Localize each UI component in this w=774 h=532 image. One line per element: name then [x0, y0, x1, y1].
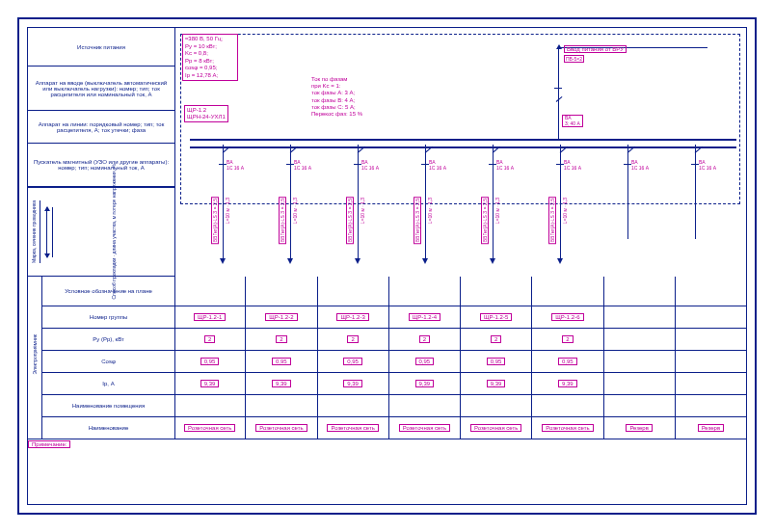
- cable-length: L=10 м · 1,3: [292, 197, 298, 225]
- feeder-drop: [627, 145, 628, 239]
- feeder-drop: [358, 145, 359, 260]
- breaker-rating: ВА1С 16 А: [631, 160, 649, 171]
- breaker-tick-icon: [691, 164, 699, 165]
- table-cell: [603, 351, 675, 372]
- table-cell: [675, 351, 746, 372]
- rowhdr-name: Наименование: [42, 417, 174, 439]
- table-cell: 2: [317, 329, 388, 350]
- cable-label: ВВГнг(А)-LS 3×2,5: [548, 197, 556, 244]
- drawing-frame: Источник питания Аппарат на вводе (выклю…: [17, 17, 757, 515]
- table-cell: 2: [174, 329, 245, 350]
- table-cell: 2: [531, 329, 602, 350]
- table-cell: Розеточная сеть: [460, 417, 531, 439]
- panel-parameters: ≈380 В, 50 Гц;Ру = 10 кВт;Kc = 0,8; Рр =…: [182, 34, 238, 81]
- cable-length: L=10 м · 1,3: [360, 197, 365, 225]
- legend-cable-arrow: [40, 207, 53, 257]
- table-cell: [388, 395, 460, 416]
- table-cell: Розеточная сеть: [531, 417, 602, 439]
- breaker-tick-icon: [624, 164, 631, 165]
- legend-input-breaker: Аппарат на вводе (выключатель автоматиче…: [28, 66, 174, 111]
- supply-drop: [558, 49, 559, 139]
- cable-length: L=10 м · 1,3: [225, 197, 230, 225]
- row-headers: Электроприёмник Условное обозначение на …: [28, 277, 175, 439]
- table-cell: Розеточная сеть: [388, 417, 460, 439]
- supply-cable-label: ПВ-5×2: [564, 55, 584, 63]
- cable-label: ВВГнг(А)-LS 3×2,5: [346, 197, 354, 244]
- supply-breaker-label: ВА3; 40 А: [562, 115, 583, 127]
- table-cell: 9,39: [245, 373, 316, 394]
- table-cell: 2: [460, 329, 531, 350]
- breaker-tick-icon: [219, 164, 227, 165]
- table-cell: ЩР-1.2-1: [174, 306, 245, 328]
- breaker-rating: ВА1С 16 А: [699, 160, 716, 171]
- drawing-inner-frame: Источник питания Аппарат на вводе (выклю…: [27, 27, 747, 505]
- table-cell: [317, 395, 388, 416]
- rowhdr-current: Iр, А: [42, 373, 174, 394]
- breaker-rating: ВА1С 16 А: [361, 160, 379, 171]
- row-headers-side: Электроприёмник: [28, 277, 42, 433]
- breaker-tick-icon: [354, 164, 361, 165]
- table-cell: 0,95: [174, 351, 245, 372]
- table-cell: [603, 395, 675, 416]
- double-arrow-icon: [46, 207, 47, 257]
- table-cell: [675, 373, 746, 394]
- data-table: ЩР-1.2-1ЩР-1.2-2ЩР-1.2-3ЩР-1.2-4ЩР-1.2-5…: [174, 277, 746, 439]
- breaker-rating: ВА1С 16 А: [496, 160, 514, 171]
- arrow-down-icon: [355, 258, 360, 264]
- table-cell: [317, 277, 388, 306]
- table-cell: [460, 395, 531, 416]
- table-cell: Резерв: [603, 417, 675, 439]
- table-cell: 9,39: [174, 373, 245, 394]
- legend-column: Источник питания Аппарат на вводе (выклю…: [28, 28, 175, 277]
- feeder-drop: [290, 145, 291, 260]
- breaker-tick-icon: [556, 164, 564, 165]
- legend-source: Источник питания: [28, 28, 174, 66]
- feeder-drop: [695, 145, 696, 239]
- table-cell: 2: [245, 329, 316, 350]
- panel-name: ЩР-1.2ЩРН-24-УХЛ1: [184, 105, 228, 122]
- table-cell: 0,95: [388, 351, 460, 372]
- table-cell: [174, 395, 245, 416]
- breaker-tick-icon: [421, 164, 429, 165]
- rowhdr-group: Номер группы: [42, 306, 174, 328]
- table-cell: 2: [388, 329, 460, 350]
- feeder-drop: [560, 145, 561, 260]
- table-cell: [675, 306, 746, 328]
- table-cell: Розеточная сеть: [317, 417, 388, 439]
- table-cell: [388, 277, 460, 306]
- breaker-rating: ВА1С 16 А: [564, 160, 581, 171]
- cable-label: ВВГнг(А)-LS 3×2,5: [414, 197, 421, 244]
- supply-isolator-icon: [554, 88, 562, 89]
- table-cell: 9,39: [317, 373, 388, 394]
- breaker-rating: ВА1С 16 А: [227, 160, 244, 171]
- table-cell: 9,39: [460, 373, 531, 394]
- legend-cable-mark: Марка, сечение проводника: [28, 200, 40, 263]
- arrow-down-icon: [220, 258, 226, 264]
- legend-line-breaker: Аппарат на линии: порядковый номер; тип;…: [28, 111, 174, 144]
- cable-length: L=10 м · 1,3: [562, 197, 568, 225]
- supply-source-label: Ввод питания от ВРУ: [564, 45, 627, 53]
- table-cell: [603, 277, 675, 306]
- table-cell: ЩР-1.2-5: [460, 306, 531, 328]
- arrow-down-icon: [287, 258, 293, 264]
- table-cell: [675, 395, 746, 416]
- table-cell: ЩР-1.2-6: [531, 306, 602, 328]
- breaker-tick-icon: [489, 164, 496, 165]
- table-cell: [245, 395, 316, 416]
- table-cell: [603, 373, 675, 394]
- arrow-down-icon: [490, 258, 495, 264]
- table-cell: Розеточная сеть: [174, 417, 245, 439]
- table-cell: Резерв: [675, 417, 746, 439]
- feeder-drop: [493, 145, 494, 260]
- breaker-rating: ВА1С 16 А: [429, 160, 446, 171]
- cable-length: L=10 м · 1,3: [427, 197, 433, 225]
- table-cell: ЩР-1.2-2: [245, 306, 316, 328]
- table-cell: Розеточная сеть: [245, 417, 316, 439]
- cable-label: ВВГнг(А)-LS 3×2,5: [481, 197, 489, 244]
- table-cell: [675, 277, 746, 306]
- table-cell: 0,95: [460, 351, 531, 372]
- table-cell: ЩР-1.2-4: [388, 306, 460, 328]
- rowhdr-cos: Cosφ: [42, 351, 174, 372]
- table-cell: 9,39: [531, 373, 602, 394]
- breaker-tick-icon: [286, 164, 294, 165]
